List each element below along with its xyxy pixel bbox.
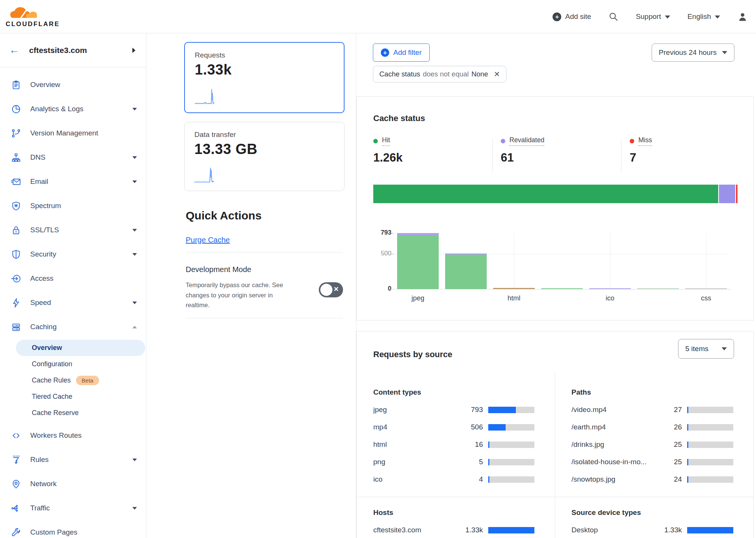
metric-bar-fill — [488, 424, 506, 431]
legend-separator — [621, 138, 621, 173]
metric-bar-track — [687, 476, 733, 483]
metric-value: 24 — [657, 475, 682, 484]
cache-status-column-chart: 0500793jpeghtmlicocss — [357, 229, 754, 311]
sidebar-item-label: SSL/TLS — [30, 226, 132, 234]
metric-value: 25 — [657, 458, 682, 466]
chart-bar-mp4[interactable] — [445, 253, 487, 289]
metric-row-mp4[interactable]: mp4506 — [373, 418, 534, 436]
cloudflare-dashboard: CLOUDFLARE + Add site Support English — [0, 0, 756, 538]
development-mode-toggle[interactable]: ✕ — [319, 282, 343, 297]
sidebar: ← cftestsite3.com OverviewAnalytics & Lo… — [0, 33, 146, 538]
legend-toggle-revalidated[interactable]: Revalidated — [501, 136, 544, 146]
search-icon[interactable] — [609, 12, 618, 22]
sidebar-item-access[interactable]: Access — [0, 266, 146, 291]
paths-column: Paths/video.mp427/earth.mp426/drinks.jpg… — [571, 388, 733, 488]
sidebar-item-traffic[interactable]: Traffic — [0, 496, 146, 520]
sidebar-item-label: Access — [30, 274, 137, 283]
chevron-down-icon — [722, 347, 727, 350]
metric-label: /snowtops.jpg — [571, 475, 657, 484]
divider — [186, 318, 343, 318]
metric-row-png[interactable]: png5 — [373, 453, 534, 471]
chart-bar-css[interactable] — [685, 288, 727, 289]
sidebar-item-overview[interactable]: Overview — [0, 73, 146, 97]
requests-summary-card[interactable]: Requests 1.33k — [184, 42, 345, 113]
legend-toggle-miss[interactable]: Miss — [630, 136, 652, 146]
requests-by-source-title: Requests by source — [373, 350, 452, 359]
user-icon[interactable] — [737, 12, 748, 22]
sidebar-subitem-cache-rules[interactable]: Cache RulesBeta — [0, 372, 146, 389]
sidebar-subitem-configuration[interactable]: Configuration — [0, 356, 146, 372]
site-selector[interactable]: ← cftestsite3.com — [0, 33, 146, 67]
chevron-down-icon — [665, 16, 670, 19]
metric-row-cftestsite3-com[interactable]: cftestsite3.com1.33k — [373, 521, 534, 538]
workers-icon — [11, 430, 21, 441]
metric-label: Desktop — [571, 526, 657, 534]
sidebar-item-label: Custom Pages — [30, 528, 137, 536]
sidebar-item-email[interactable]: Email — [0, 169, 146, 194]
proportion-segment-hit — [373, 185, 718, 203]
metric-row-html[interactable]: html16 — [373, 436, 534, 453]
sidebar-subitem-overview[interactable]: Overview — [16, 340, 145, 356]
chart-bar-png[interactable] — [541, 288, 583, 289]
sidebar-item-security[interactable]: Security — [0, 242, 146, 266]
back-arrow-icon[interactable]: ← — [9, 45, 19, 55]
metric-label: mp4 — [373, 423, 458, 431]
time-range-dropdown[interactable]: Previous 24 hours — [652, 44, 734, 62]
add-filter-button[interactable]: + Add filter — [373, 44, 430, 62]
header-actions: + Add site Support English — [553, 0, 748, 33]
bar-segment-hit — [445, 255, 487, 289]
chart-bar-jpeg[interactable] — [397, 233, 439, 289]
chart-bar-html[interactable] — [493, 288, 535, 289]
add-site-button[interactable]: + Add site — [553, 12, 591, 21]
metric-row-ico[interactable]: ico4 — [373, 471, 534, 488]
metric-row-snowtops-jpg[interactable]: /snowtops.jpg24 — [571, 471, 733, 488]
gridline — [706, 233, 706, 289]
sidebar-item-label: Spectrum — [30, 202, 137, 210]
metric-row-jpeg[interactable]: jpeg793 — [373, 401, 534, 418]
sidebar-item-label: Overview — [30, 81, 137, 89]
sidebar-item-analytics-logs[interactable]: Analytics & Logs — [0, 97, 146, 121]
metric-bar-track — [687, 424, 733, 431]
language-label: English — [688, 12, 711, 21]
purge-cache-link[interactable]: Purge Cache — [186, 236, 230, 244]
legend-dot — [501, 139, 505, 143]
legend-toggle-hit[interactable]: Hit — [373, 136, 403, 146]
card-title: Requests — [195, 51, 344, 59]
chart-bar-unlabeled[interactable] — [637, 288, 679, 289]
sidebar-item-speed[interactable]: Speed — [0, 291, 146, 315]
spectrum-icon — [11, 201, 21, 211]
chart-bar-ico[interactable] — [589, 288, 631, 289]
sidebar-item-rules[interactable]: Rules — [0, 448, 146, 472]
metric-row-drinks-jpg[interactable]: /drinks.jpg25 — [571, 436, 733, 453]
cloudflare-logo[interactable]: CLOUDFLARE — [6, 2, 55, 28]
sidebar-item-custom-pages[interactable]: Custom Pages — [0, 520, 146, 538]
sidebar-item-workers-routes[interactable]: Workers Routes — [0, 423, 146, 448]
sidebar-item-version-management[interactable]: Version Management — [0, 121, 146, 145]
metric-row-video-mp4[interactable]: /video.mp427 — [571, 401, 733, 418]
metric-bar-track — [488, 459, 534, 465]
metric-row-isolated-house-in-mo[interactable]: /isolated-house-in-mo...25 — [571, 453, 733, 471]
sidebar-item-ssl-tls[interactable]: SSL/TLS — [0, 218, 146, 242]
sidebar-subitem-tiered-cache[interactable]: Tiered Cache — [0, 389, 146, 405]
metric-row-desktop[interactable]: Desktop1.33k — [571, 521, 733, 538]
dns-icon — [11, 152, 21, 163]
remove-filter-icon[interactable]: ✕ — [494, 70, 500, 78]
sidebar-item-network[interactable]: Network — [0, 472, 146, 496]
bar-segment-other — [493, 288, 535, 289]
language-menu[interactable]: English — [688, 12, 720, 21]
sidebar-item-label: Analytics & Logs — [30, 105, 132, 113]
filter-chip[interactable]: Cache status does not equal None ✕ — [373, 66, 506, 82]
metric-row-earth-mp4[interactable]: /earth.mp426 — [571, 418, 733, 436]
sidebar-item-dns[interactable]: DNS — [0, 145, 146, 169]
data-transfer-summary-card[interactable]: Data transfer 13.33 GB — [184, 122, 345, 191]
cache-status-card: Cache status Hit1.26kRevalidated61Miss7 … — [356, 96, 754, 320]
sidebar-subitem-cache-reserve[interactable]: Cache Reserve — [0, 405, 146, 421]
analytics-panel: + Add filter Cache status does not equal… — [356, 33, 756, 538]
items-count-dropdown[interactable]: 5 items — [678, 339, 734, 359]
sidebar-item-spectrum[interactable]: Spectrum — [0, 194, 146, 218]
y-tick-mark — [391, 233, 394, 233]
divider — [186, 252, 343, 252]
support-menu[interactable]: Support — [636, 12, 670, 21]
requests-sparkline — [195, 87, 214, 106]
sidebar-item-caching[interactable]: Caching — [0, 315, 146, 339]
